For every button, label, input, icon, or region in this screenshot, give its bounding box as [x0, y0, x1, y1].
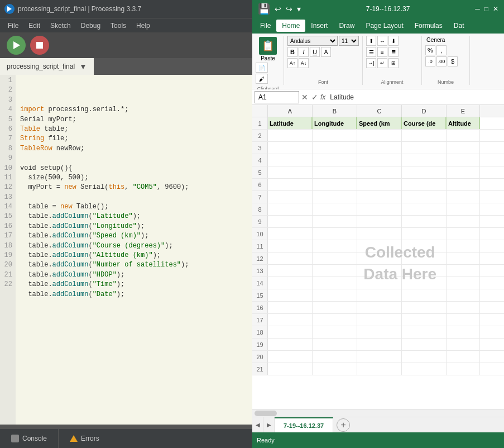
sheet-tab-active[interactable]: 7-19--16.12.37 — [275, 417, 333, 432]
cell-e4[interactable] — [447, 154, 480, 166]
sheet-nav-prev[interactable]: ◀ — [252, 417, 263, 432]
col-header-e[interactable]: E — [447, 105, 480, 117]
cell-c13[interactable] — [357, 265, 402, 277]
add-sheet-button[interactable]: + — [337, 418, 350, 432]
formula-cancel-icon[interactable]: ✕ — [301, 93, 308, 102]
cell-a20[interactable] — [268, 351, 313, 363]
cell-c5[interactable] — [357, 166, 402, 178]
excel-menu-draw[interactable]: Draw — [333, 20, 360, 32]
col-header-b[interactable]: B — [313, 105, 357, 117]
cell-d12[interactable] — [402, 252, 447, 264]
cell-e16[interactable] — [447, 302, 480, 313]
cell-c6[interactable] — [357, 179, 402, 190]
cell-a21[interactable] — [268, 363, 313, 375]
bold-button[interactable]: B — [287, 47, 297, 57]
cell-e2[interactable] — [447, 130, 480, 141]
decrease-font-button[interactable]: A↓ — [299, 58, 309, 68]
cell-c14[interactable] — [357, 277, 402, 289]
cell-e21[interactable] — [447, 363, 480, 375]
cell-a7[interactable] — [268, 191, 313, 203]
col-header-d[interactable]: D — [402, 105, 447, 117]
excel-menu-data[interactable]: Dat — [448, 20, 470, 32]
excel-menu-home[interactable]: Home — [276, 20, 305, 32]
cell-a5[interactable] — [268, 166, 313, 178]
cell-e3[interactable] — [447, 142, 480, 154]
code-tab[interactable]: processing_script_final ▼ — [0, 58, 94, 75]
cell-e12[interactable] — [447, 252, 480, 264]
indent-button[interactable]: →| — [366, 58, 376, 68]
cell-e6[interactable] — [447, 179, 480, 190]
cell-e7[interactable] — [447, 191, 480, 203]
align-right-button[interactable]: ≣ — [388, 47, 399, 57]
cell-b1[interactable]: Longitude — [313, 117, 357, 129]
cell-b13[interactable] — [313, 265, 357, 277]
cell-c19[interactable] — [357, 339, 402, 350]
increase-font-button[interactable]: A↑ — [287, 58, 297, 68]
cell-a4[interactable] — [268, 154, 313, 166]
percent-button[interactable]: % — [425, 45, 435, 55]
cell-b19[interactable] — [313, 339, 357, 350]
cell-c3[interactable] — [357, 142, 402, 154]
cell-b10[interactable] — [313, 228, 357, 240]
align-middle-button[interactable]: ↔ — [377, 36, 387, 46]
currency-button[interactable]: $ — [448, 56, 458, 66]
horizontal-scrollbar[interactable] — [0, 425, 252, 429]
cell-a15[interactable] — [268, 289, 313, 301]
cell-e13[interactable] — [447, 265, 480, 277]
cell-d4[interactable] — [402, 154, 447, 166]
cell-d8[interactable] — [402, 203, 447, 215]
cell-c11[interactable] — [357, 240, 402, 252]
cell-e19[interactable] — [447, 339, 480, 350]
cell-e10[interactable] — [447, 228, 480, 240]
cell-d19[interactable] — [402, 339, 447, 350]
redo-icon[interactable]: ↪ — [286, 4, 292, 13]
cell-b12[interactable] — [313, 252, 357, 264]
cell-b21[interactable] — [313, 363, 357, 375]
cell-c1[interactable]: Speed (km — [357, 117, 402, 129]
cell-a2[interactable] — [268, 130, 313, 141]
cell-c15[interactable] — [357, 289, 402, 301]
cell-b8[interactable] — [313, 203, 357, 215]
cell-a1[interactable]: Latitude — [268, 117, 313, 129]
cell-d5[interactable] — [402, 166, 447, 178]
cell-a16[interactable] — [268, 302, 313, 313]
run-button[interactable] — [7, 36, 26, 55]
cell-c12[interactable] — [357, 252, 402, 264]
general-format[interactable]: Genera — [425, 36, 466, 44]
cell-e17[interactable] — [447, 314, 480, 326]
cell-e15[interactable] — [447, 289, 480, 301]
wrap-button[interactable]: ↵ — [377, 58, 387, 68]
col-header-a[interactable]: A — [268, 105, 313, 117]
menu-edit[interactable]: Edit — [24, 21, 45, 31]
excel-menu-formulas[interactable]: Formulas — [409, 20, 448, 32]
cell-c10[interactable] — [357, 228, 402, 240]
close-icon[interactable]: ✕ — [493, 5, 498, 13]
merge-button[interactable]: ⊞ — [388, 58, 399, 68]
customize-icon[interactable]: ▾ — [297, 4, 301, 13]
cell-d11[interactable] — [402, 240, 447, 252]
cell-b14[interactable] — [313, 277, 357, 289]
save-icon[interactable]: 💾 — [258, 3, 270, 15]
minimize-icon[interactable]: ─ — [475, 5, 480, 13]
menu-sketch[interactable]: Sketch — [46, 21, 75, 31]
align-center-button[interactable]: ≡ — [377, 47, 387, 57]
cell-b15[interactable] — [313, 289, 357, 301]
cell-a10[interactable] — [268, 228, 313, 240]
stop-button[interactable] — [30, 36, 49, 55]
cell-e5[interactable] — [447, 166, 480, 178]
excel-menu-insert[interactable]: Insert — [305, 20, 333, 32]
cell-c16[interactable] — [357, 302, 402, 313]
errors-tab[interactable]: Errors — [59, 429, 111, 448]
cell-a11[interactable] — [268, 240, 313, 252]
sheet-nav-next[interactable]: ▶ — [263, 417, 275, 432]
cell-d18[interactable] — [402, 326, 447, 338]
cell-d13[interactable] — [402, 265, 447, 277]
menu-debug[interactable]: Debug — [76, 21, 105, 31]
paste-button[interactable]: 📋 Paste — [256, 36, 280, 63]
cell-a6[interactable] — [268, 179, 313, 190]
align-left-button[interactable]: ☰ — [366, 47, 376, 57]
cell-c20[interactable] — [357, 351, 402, 363]
font-size-select[interactable]: 11 — [339, 36, 359, 46]
cell-d2[interactable] — [402, 130, 447, 141]
formula-confirm-icon[interactable]: ✓ — [311, 93, 318, 102]
